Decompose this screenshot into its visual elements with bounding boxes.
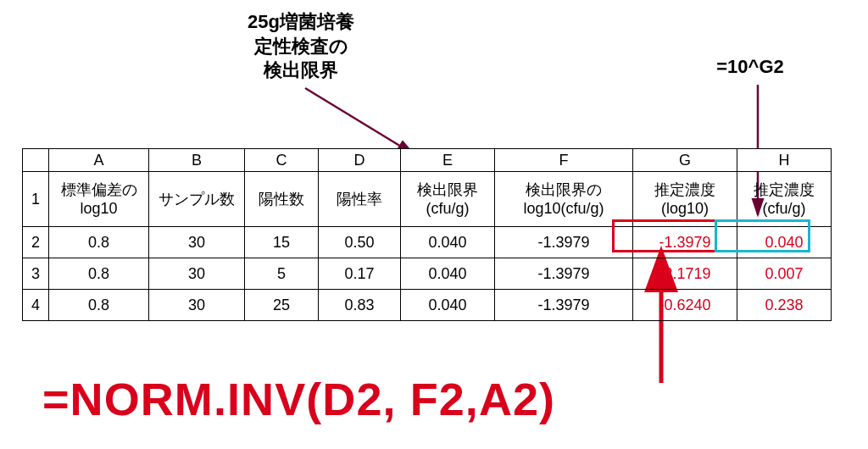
spreadsheet-grid: A B C D E F G H 1 標準偏差のlog10 サンプル数 陽性数 陽… — [22, 148, 832, 321]
cell-E3[interactable]: 0.040 — [401, 258, 495, 290]
page: 25g増菌培養定性検査の検出限界 =10^G2 A B C D E F G H — [0, 0, 868, 449]
cell-A2[interactable]: 0.8 — [49, 227, 149, 258]
row-header-4[interactable]: 4 — [23, 290, 49, 321]
header-row-1: 1 標準偏差のlog10 サンプル数 陽性数 陽性率 検出限界(cfu/g) 検… — [23, 172, 832, 227]
annotation-col-h: =10^G2 — [687, 55, 814, 80]
cell-E2[interactable]: 0.040 — [401, 227, 495, 258]
cell-G1[interactable]: 推定濃度(log10) — [633, 172, 737, 227]
cell-H4[interactable]: 0.238 — [737, 290, 832, 321]
col-header-F[interactable]: F — [495, 149, 633, 172]
cell-B2[interactable]: 30 — [149, 227, 245, 258]
cell-B4[interactable]: 30 — [149, 290, 245, 321]
cell-G4[interactable]: -0.6240 — [633, 290, 737, 321]
formula-text: =NORM.INV(D2, F2,A2) — [42, 373, 555, 425]
col-header-G[interactable]: G — [633, 149, 737, 172]
col-header-C[interactable]: C — [245, 149, 319, 172]
cell-C2[interactable]: 15 — [245, 227, 319, 258]
col-header-E[interactable]: E — [401, 149, 495, 172]
cell-F1[interactable]: 検出限界のlog10(cfu/g) — [495, 172, 633, 227]
cell-B1[interactable]: サンプル数 — [149, 172, 245, 227]
cell-A1[interactable]: 標準偏差のlog10 — [49, 172, 149, 227]
cell-G2[interactable]: -1.3979 — [633, 227, 737, 258]
table-row: 4 0.8 30 25 0.83 0.040 -1.3979 -0.6240 0… — [23, 290, 832, 321]
cell-D1[interactable]: 陽性率 — [319, 172, 401, 227]
cell-D3[interactable]: 0.17 — [319, 258, 401, 290]
cell-H3[interactable]: 0.007 — [737, 258, 832, 290]
table-row: 2 0.8 30 15 0.50 0.040 -1.3979 -1.3979 0… — [23, 227, 832, 258]
cell-F2[interactable]: -1.3979 — [495, 227, 633, 258]
cell-C4[interactable]: 25 — [245, 290, 319, 321]
row-header-3[interactable]: 3 — [23, 258, 49, 290]
cell-E4[interactable]: 0.040 — [401, 290, 495, 321]
row-header-1[interactable]: 1 — [23, 172, 49, 227]
cell-C1[interactable]: 陽性数 — [245, 172, 319, 227]
cell-F4[interactable]: -1.3979 — [495, 290, 633, 321]
cell-H1[interactable]: 推定濃度(cfu/g) — [737, 172, 832, 227]
row-header-2[interactable]: 2 — [23, 227, 49, 258]
col-header-D[interactable]: D — [319, 149, 401, 172]
cell-H2[interactable]: 0.040 — [737, 227, 832, 258]
col-header-A[interactable]: A — [49, 149, 149, 172]
col-header-H[interactable]: H — [737, 149, 832, 172]
svg-line-0 — [305, 88, 414, 154]
cell-F3[interactable]: -1.3979 — [495, 258, 633, 290]
cell-B3[interactable]: 30 — [149, 258, 245, 290]
cell-D4[interactable]: 0.83 — [319, 290, 401, 321]
cell-A3[interactable]: 0.8 — [49, 258, 149, 290]
cell-E1[interactable]: 検出限界(cfu/g) — [401, 172, 495, 227]
cell-G3[interactable]: -2.1719 — [633, 258, 737, 290]
cell-C3[interactable]: 5 — [245, 258, 319, 290]
cell-A4[interactable]: 0.8 — [49, 290, 149, 321]
table-row: 3 0.8 30 5 0.17 0.040 -1.3979 -2.1719 0.… — [23, 258, 832, 290]
column-header-row: A B C D E F G H — [23, 149, 832, 172]
corner-cell — [23, 149, 49, 172]
cell-D2[interactable]: 0.50 — [319, 227, 401, 258]
col-header-B[interactable]: B — [149, 149, 245, 172]
annotation-col-e: 25g増菌培養定性検査の検出限界 — [216, 10, 386, 83]
